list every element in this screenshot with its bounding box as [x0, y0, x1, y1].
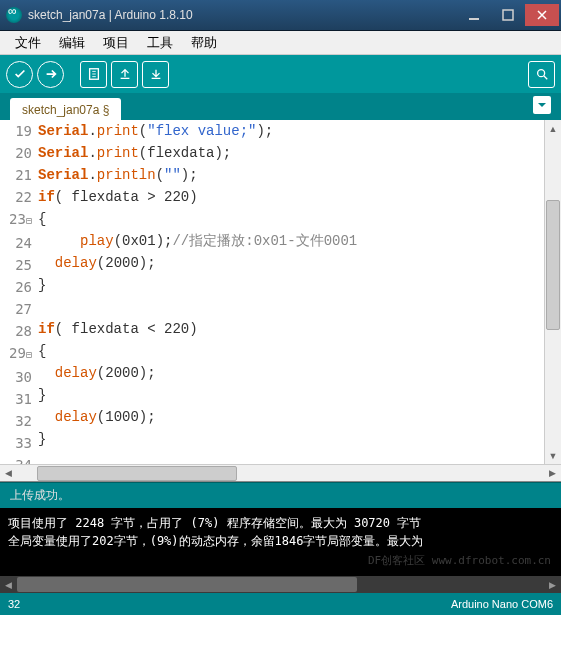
code-editor[interactable]: 1920212223⊟242526272829⊟3031323334 Seria… [0, 120, 561, 464]
scroll-right-arrow[interactable]: ▶ [544, 468, 561, 478]
scroll-up-arrow[interactable]: ▲ [545, 120, 561, 137]
app-icon [6, 7, 22, 23]
console-scroll-right[interactable]: ▶ [544, 580, 561, 590]
horizontal-scrollbar[interactable]: ◀ ▶ [0, 464, 561, 481]
horizontal-scroll-thumb[interactable] [37, 466, 237, 481]
console-scroll-thumb[interactable] [17, 577, 357, 592]
save-button[interactable] [142, 61, 169, 88]
console-scroll-left[interactable]: ◀ [0, 580, 17, 590]
console-line: 项目使用了 2248 字节，占用了 (7%) 程序存储空间。最大为 30720 … [8, 514, 553, 532]
console[interactable]: 项目使用了 2248 字节，占用了 (7%) 程序存储空间。最大为 30720 … [0, 508, 561, 576]
svg-rect-1 [503, 10, 513, 20]
line-gutter: 1920212223⊟242526272829⊟3031323334 [0, 120, 38, 464]
code-area[interactable]: Serial.print("flex value;");Serial.print… [38, 120, 544, 464]
upload-button[interactable] [37, 61, 64, 88]
menu-tools[interactable]: 工具 [138, 31, 182, 55]
menu-file[interactable]: 文件 [6, 31, 50, 55]
tab-menu-button[interactable] [533, 96, 551, 114]
menu-help[interactable]: 帮助 [182, 31, 226, 55]
svg-point-3 [537, 70, 544, 77]
statusbar: 32 Arduino Nano COM6 [0, 593, 561, 615]
window-title: sketch_jan07a | Arduino 1.8.10 [28, 8, 457, 22]
minimize-button[interactable] [457, 4, 491, 26]
menubar: 文件 编辑 项目 工具 帮助 [0, 31, 561, 55]
open-button[interactable] [111, 61, 138, 88]
editor-wrap: 1920212223⊟242526272829⊟3031323334 Seria… [0, 120, 561, 482]
close-button[interactable] [525, 4, 559, 26]
scroll-left-arrow[interactable]: ◀ [0, 468, 17, 478]
status-line: 32 [8, 598, 451, 610]
titlebar: sketch_jan07a | Arduino 1.8.10 [0, 0, 561, 31]
verify-button[interactable] [6, 61, 33, 88]
vertical-scroll-thumb[interactable] [546, 200, 560, 330]
tab-sketch[interactable]: sketch_jan07a § [10, 98, 121, 120]
serial-monitor-button[interactable] [528, 61, 555, 88]
tabbar: sketch_jan07a § [0, 93, 561, 120]
vertical-scrollbar[interactable]: ▲ ▼ [544, 120, 561, 464]
toolbar [0, 55, 561, 93]
console-line: 全局变量使用了202字节，(9%)的动态内存，余留1846字节局部变量。最大为 [8, 532, 553, 550]
menu-edit[interactable]: 编辑 [50, 31, 94, 55]
svg-rect-0 [469, 18, 479, 20]
new-button[interactable] [80, 61, 107, 88]
status-board: Arduino Nano COM6 [451, 598, 553, 610]
console-scrollbar[interactable]: ◀ ▶ [0, 576, 561, 593]
upload-status: 上传成功。 [0, 482, 561, 508]
maximize-button[interactable] [491, 4, 525, 26]
watermark: DF创客社区 www.dfrobot.com.cn [368, 552, 551, 570]
scroll-down-arrow[interactable]: ▼ [545, 447, 561, 464]
menu-sketch[interactable]: 项目 [94, 31, 138, 55]
